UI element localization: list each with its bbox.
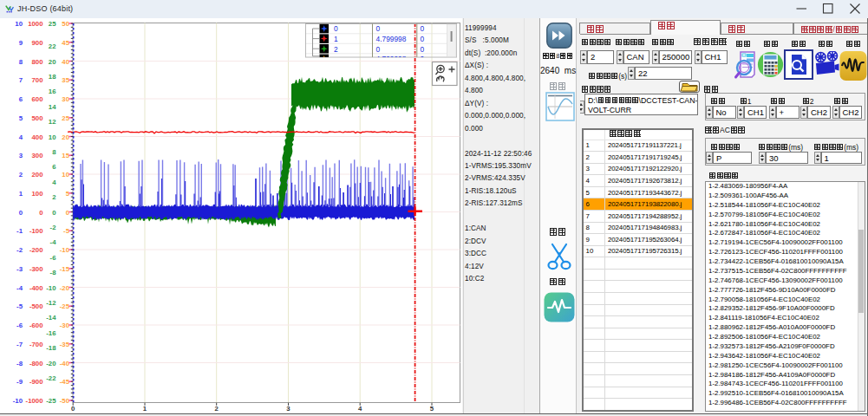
svg-text:-25: -25 bbox=[46, 397, 56, 405]
svg-text:-30: -30 bbox=[60, 322, 70, 329]
svg-text:-5: -5 bbox=[16, 302, 23, 310]
svg-text:-900: -900 bbox=[29, 378, 43, 386]
svg-text:2: 2 bbox=[334, 45, 338, 54]
svg-text:-200: -200 bbox=[29, 246, 43, 254]
svg-text:0: 0 bbox=[376, 45, 381, 54]
svg-text:0: 0 bbox=[39, 209, 43, 217]
svg-text:-300: -300 bbox=[29, 265, 43, 273]
svg-text:-10: -10 bbox=[13, 397, 23, 405]
svg-text:4: 4 bbox=[19, 133, 23, 141]
svg-text:700: 700 bbox=[31, 76, 43, 84]
svg-text:-10: -10 bbox=[60, 246, 70, 254]
svg-text:-7: -7 bbox=[16, 341, 23, 348]
svg-text:-800: -800 bbox=[29, 360, 43, 367]
svg-text:-1000: -1000 bbox=[26, 397, 44, 405]
svg-text:0: 0 bbox=[421, 35, 425, 43]
svg-text:1000: 1000 bbox=[28, 20, 43, 28]
svg-text:-100: -100 bbox=[29, 227, 43, 235]
svg-text:-25: -25 bbox=[60, 302, 70, 310]
svg-text:900: 900 bbox=[31, 39, 43, 47]
svg-text:45: 45 bbox=[62, 39, 69, 47]
svg-text:-600: -600 bbox=[29, 322, 43, 329]
svg-text:4.799998: 4.799998 bbox=[376, 35, 407, 43]
svg-text:50: 50 bbox=[62, 20, 69, 28]
svg-text:0: 0 bbox=[421, 24, 425, 33]
svg-text:-12: -12 bbox=[46, 299, 56, 307]
svg-text:35: 35 bbox=[62, 76, 69, 84]
svg-text:-45: -45 bbox=[60, 378, 70, 386]
svg-text:-6: -6 bbox=[50, 254, 57, 262]
svg-text:400: 400 bbox=[31, 133, 43, 141]
svg-text:14: 14 bbox=[49, 103, 56, 111]
svg-text:-50: -50 bbox=[60, 397, 70, 405]
svg-text:40: 40 bbox=[62, 58, 69, 66]
svg-text:2: 2 bbox=[19, 171, 23, 179]
svg-text:30: 30 bbox=[62, 95, 69, 103]
svg-text:3: 3 bbox=[19, 152, 23, 159]
svg-text:-4: -4 bbox=[16, 284, 23, 292]
svg-text:-2: -2 bbox=[16, 246, 23, 254]
svg-text:4: 4 bbox=[358, 405, 362, 413]
svg-text:5: 5 bbox=[19, 114, 23, 122]
svg-text:1: 1 bbox=[143, 405, 147, 413]
svg-text:2: 2 bbox=[52, 193, 56, 201]
svg-text:6: 6 bbox=[19, 95, 23, 103]
svg-text:-14: -14 bbox=[46, 314, 56, 322]
svg-text:-6: -6 bbox=[16, 322, 23, 329]
svg-text:-20: -20 bbox=[60, 284, 70, 292]
svg-text:-20: -20 bbox=[46, 360, 56, 367]
svg-text:5: 5 bbox=[430, 405, 434, 413]
svg-text:10: 10 bbox=[49, 133, 56, 141]
svg-text:2: 2 bbox=[215, 405, 219, 413]
svg-text:0: 0 bbox=[19, 209, 23, 217]
svg-text:300: 300 bbox=[31, 152, 43, 159]
svg-text:-3: -3 bbox=[16, 265, 23, 273]
svg-text:8: 8 bbox=[52, 148, 56, 156]
svg-text:-8: -8 bbox=[50, 269, 57, 276]
svg-text:500: 500 bbox=[31, 114, 43, 122]
svg-text:-35: -35 bbox=[60, 341, 70, 348]
svg-text:-4: -4 bbox=[50, 238, 57, 246]
svg-text:-8: -8 bbox=[16, 360, 23, 367]
svg-text:-1: -1 bbox=[16, 227, 23, 235]
svg-text:-10: -10 bbox=[46, 284, 56, 292]
svg-text:-15: -15 bbox=[60, 265, 70, 273]
svg-text:18: 18 bbox=[49, 73, 56, 81]
svg-text:1: 1 bbox=[19, 190, 23, 198]
svg-text:10: 10 bbox=[15, 20, 23, 28]
svg-text:-400: -400 bbox=[29, 284, 43, 292]
svg-text:25: 25 bbox=[62, 114, 69, 122]
svg-text:6: 6 bbox=[52, 163, 56, 171]
svg-text:-18: -18 bbox=[46, 344, 56, 352]
svg-text:-700: -700 bbox=[29, 341, 43, 348]
svg-text:-22: -22 bbox=[46, 374, 56, 382]
svg-text:0: 0 bbox=[376, 24, 381, 33]
svg-text:200: 200 bbox=[31, 171, 43, 179]
svg-text:12: 12 bbox=[49, 118, 56, 126]
svg-text:-40: -40 bbox=[60, 360, 70, 367]
svg-text:-500: -500 bbox=[29, 302, 43, 310]
svg-text:600: 600 bbox=[31, 95, 43, 103]
svg-text:15: 15 bbox=[62, 152, 69, 159]
svg-text:1: 1 bbox=[334, 35, 338, 43]
svg-text:22: 22 bbox=[49, 42, 56, 50]
svg-text:0: 0 bbox=[334, 24, 338, 33]
svg-text:0: 0 bbox=[52, 209, 56, 217]
svg-text:100: 100 bbox=[31, 190, 43, 198]
svg-text:10: 10 bbox=[62, 171, 69, 179]
svg-text:0: 0 bbox=[71, 405, 75, 413]
svg-text:-9: -9 bbox=[16, 378, 23, 386]
svg-text:20: 20 bbox=[49, 58, 56, 66]
svg-text:16: 16 bbox=[49, 88, 56, 95]
svg-text:-16: -16 bbox=[46, 329, 56, 337]
svg-text:-2: -2 bbox=[50, 224, 57, 231]
svg-text:3: 3 bbox=[286, 405, 290, 413]
svg-text:9: 9 bbox=[19, 39, 23, 47]
svg-text:800: 800 bbox=[31, 58, 43, 66]
svg-text:7: 7 bbox=[19, 76, 23, 84]
svg-text:25: 25 bbox=[49, 20, 56, 28]
svg-text:4: 4 bbox=[52, 179, 56, 186]
svg-text:8: 8 bbox=[19, 58, 23, 66]
svg-text:0: 0 bbox=[421, 45, 425, 54]
svg-text:20: 20 bbox=[62, 133, 69, 141]
